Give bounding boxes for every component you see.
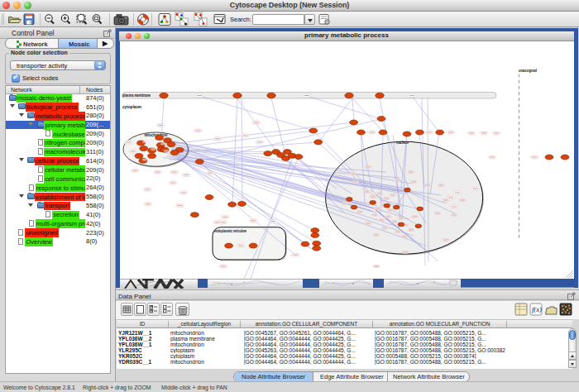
svg-text:cytoplasm: cytoplasm bbox=[122, 104, 141, 109]
svg-text:f(x): f(x) bbox=[532, 305, 542, 313]
svg-text:unassigned: unassigned bbox=[519, 68, 537, 73]
svg-text:nucleus: nucleus bbox=[396, 140, 409, 145]
svg-text:endoplasmic reticulum: endoplasmic reticulum bbox=[214, 228, 246, 233]
svg-text:plasma membrane: plasma membrane bbox=[122, 93, 151, 98]
